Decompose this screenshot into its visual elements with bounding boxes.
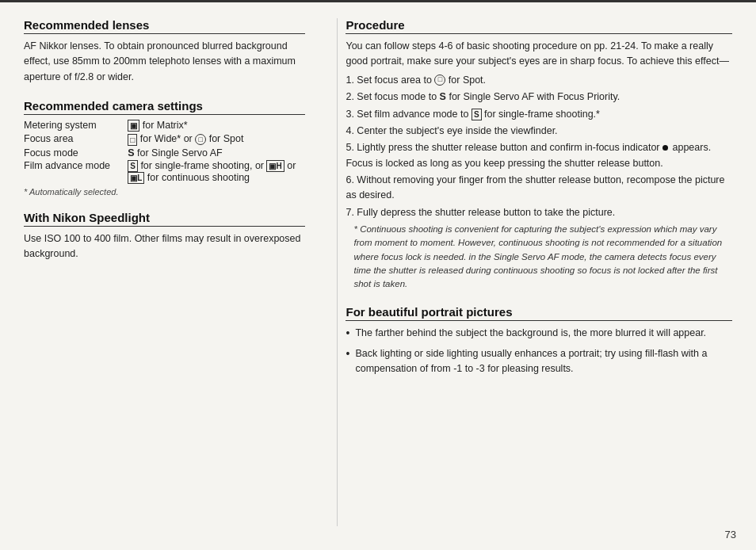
proc-step-4: 4. Center the subject's eye inside the v…	[346, 124, 732, 139]
portrait-bullet-2: Back lighting or side lighting usually e…	[346, 346, 732, 377]
proc-step-5: 5. Lightly press the shutter release but…	[346, 140, 732, 171]
recommended-settings-section: Recommended camera settings Metering sys…	[24, 99, 305, 197]
proc-note: * Continuous shooting is convenient for …	[346, 223, 732, 291]
content-area: Recommended lenses AF Nikkor lenses. To …	[0, 2, 756, 550]
procedure-list: 1. Set focus area to □ for Spot. 2. Set …	[346, 73, 732, 292]
recommended-settings-title: Recommended camera settings	[24, 99, 305, 115]
auto-note: * Automatically selected.	[24, 187, 305, 197]
wide-icon: □	[128, 134, 137, 146]
procedure-intro: You can follow steps 4-6 of basic shooti…	[346, 39, 732, 70]
indicator-dot	[662, 145, 668, 151]
continuous-icon: ▣L	[128, 172, 144, 184]
speedlight-title: With Nikon Speedlight	[24, 211, 305, 227]
settings-value-focus-area: □ for Wide* or □ for Spot	[128, 133, 305, 145]
proc-step-2: 2. Set focus mode to S for Single Servo …	[346, 90, 732, 105]
page: Recommended lenses AF Nikkor lenses. To …	[0, 0, 756, 550]
proc-step-1: 1. Set focus area to □ for Spot.	[346, 73, 732, 88]
single-frame-step-icon: S	[472, 109, 482, 120]
settings-label-focus-mode: Focus mode	[24, 147, 120, 159]
proc-step-7: 7. Fully depress the shutter release but…	[346, 205, 732, 220]
left-column: Recommended lenses AF Nikkor lenses. To …	[24, 18, 321, 526]
speedlight-section: With Nikon Speedlight Use ISO 100 to 400…	[24, 211, 305, 262]
single-frame-icon: S	[128, 160, 138, 172]
recommended-lenses-title: Recommended lenses	[24, 18, 305, 34]
recommended-lenses-section: Recommended lenses AF Nikkor lenses. To …	[24, 18, 305, 85]
portrait-section: For beautiful portrait pictures The fart…	[346, 305, 732, 376]
spot-icon: □	[195, 134, 206, 145]
portrait-title: For beautiful portrait pictures	[346, 305, 732, 321]
procedure-title: Procedure	[346, 18, 732, 34]
settings-value-metering: ▣ for Matrix*	[128, 120, 305, 132]
proc-step-3: 3. Set film advance mode to S for single…	[346, 107, 732, 122]
settings-value-focus-mode: S for Single Servo AF	[128, 147, 305, 159]
portrait-bullet-1: The farther behind the subject the backg…	[346, 326, 732, 341]
recommended-lenses-body: AF Nikkor lenses. To obtain pronounced b…	[24, 39, 305, 85]
page-number: 73	[725, 529, 736, 540]
right-column: Procedure You can follow steps 4-6 of ba…	[337, 18, 732, 526]
speedlight-body: Use ISO 100 to 400 film. Other films may…	[24, 231, 305, 262]
multi-frame-icon: ▣H	[266, 160, 284, 172]
proc-step-6: 6. Without removing your finger from the…	[346, 173, 732, 204]
matrix-icon: ▣	[128, 120, 139, 132]
settings-label-focus-area: Focus area	[24, 133, 120, 145]
settings-label-film-advance: Film advance mode	[24, 160, 120, 184]
spot-step-icon: □	[434, 74, 445, 86]
settings-table: Metering system ▣ for Matrix* Focus area…	[24, 120, 305, 184]
portrait-bullets: The farther behind the subject the backg…	[346, 326, 732, 376]
settings-value-film-advance: S for single-frame shooting, or ▣H or ▣L…	[128, 160, 305, 184]
procedure-section: Procedure You can follow steps 4-6 of ba…	[346, 18, 732, 291]
proc-italic-note: * Continuous shooting is convenient for …	[346, 223, 732, 291]
settings-label-metering: Metering system	[24, 120, 120, 132]
